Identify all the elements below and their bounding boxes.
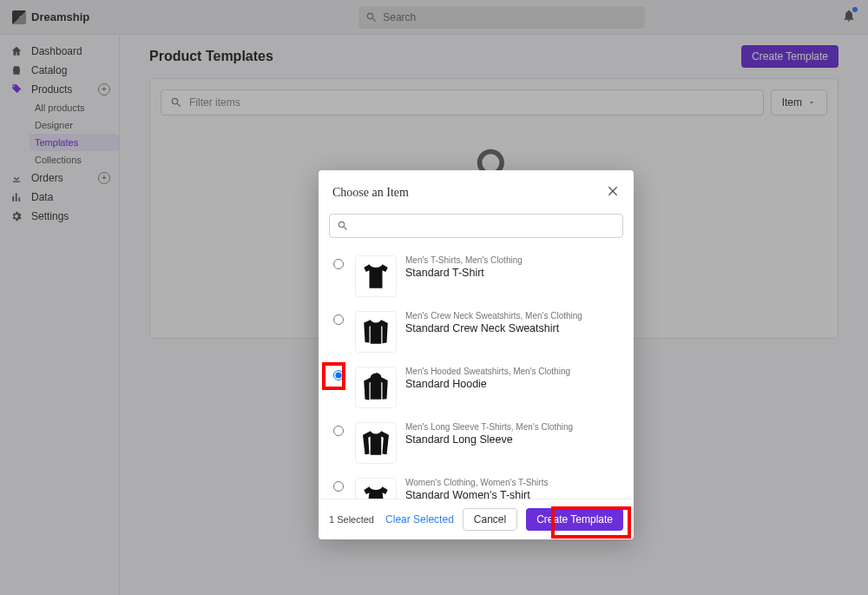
- sweatshirt-icon: [358, 314, 393, 349]
- tshirt-icon: [358, 259, 393, 294]
- womens-tshirt-icon: [358, 481, 393, 499]
- dialog-title: Choose an Item: [332, 186, 409, 200]
- item-thumb: [355, 478, 397, 499]
- item-row[interactable]: Men's Hooded Sweatshirts, Men's Clothing…: [319, 360, 634, 415]
- item-radio[interactable]: [333, 426, 344, 436]
- dialog-search-input[interactable]: [354, 220, 615, 232]
- item-category: Men's Hooded Sweatshirts, Men's Clothing: [405, 367, 621, 376]
- create-template-confirm-button[interactable]: Create Template: [526, 508, 623, 531]
- hoodie-icon: [358, 370, 393, 405]
- item-radio[interactable]: [333, 259, 344, 269]
- item-name: Standard Long Sleeve: [405, 433, 621, 446]
- item-name: Standard Crew Neck Sweatshirt: [405, 322, 621, 334]
- item-thumb: [355, 422, 397, 464]
- dialog-footer: 1 Selected Clear Selected Cancel Create …: [319, 499, 634, 539]
- item-category: Men's Long Sleeve T-Shirts, Men's Clothi…: [405, 422, 621, 432]
- item-radio[interactable]: [333, 481, 344, 492]
- clear-selected-button[interactable]: Clear Selected: [385, 513, 454, 526]
- item-row[interactable]: Men's Crew Neck Sweatshirts, Men's Cloth…: [319, 304, 634, 360]
- item-radio[interactable]: [333, 314, 344, 325]
- item-radio[interactable]: [333, 370, 344, 380]
- selected-count: 1 Selected: [329, 514, 374, 525]
- item-row[interactable]: Women's Clothing, Women's T-Shirts Stand…: [319, 471, 634, 499]
- search-icon: [337, 220, 349, 232]
- item-category: Men's Crew Neck Sweatshirts, Men's Cloth…: [405, 311, 621, 321]
- dialog-item-list[interactable]: Men's T-Shirts, Men's Clothing Standard …: [319, 245, 634, 499]
- item-name: Standard T-Shirt: [405, 267, 621, 279]
- dialog-close-button[interactable]: [606, 184, 620, 202]
- item-thumb: [355, 255, 397, 297]
- item-category: Women's Clothing, Women's T-Shirts: [405, 478, 621, 487]
- choose-item-dialog: Choose an Item Men's T-Shirts, Men's Clo…: [319, 170, 634, 539]
- item-thumb: [355, 367, 397, 408]
- item-name: Standard Women's T-shirt: [405, 489, 621, 499]
- item-row[interactable]: Men's T-Shirts, Men's Clothing Standard …: [319, 248, 634, 304]
- longsleeve-icon: [358, 426, 393, 460]
- item-thumb: [355, 311, 397, 353]
- item-name: Standard Hoodie: [405, 378, 621, 390]
- dialog-search[interactable]: [329, 214, 623, 238]
- item-row[interactable]: Men's Long Sleeve T-Shirts, Men's Clothi…: [319, 415, 634, 471]
- cancel-button[interactable]: Cancel: [463, 508, 517, 531]
- close-icon: [606, 184, 620, 198]
- item-category: Men's T-Shirts, Men's Clothing: [405, 255, 621, 265]
